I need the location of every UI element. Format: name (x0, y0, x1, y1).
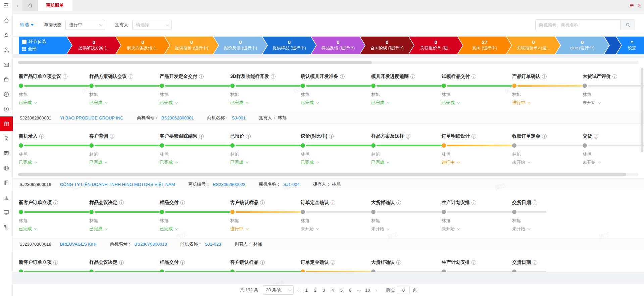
info-icon[interactable]: i (271, 74, 276, 79)
info-icon[interactable]: i (406, 134, 410, 139)
pipeline-stage-3[interactable]: 0提供报价 (进行中) (165, 37, 218, 54)
scrollbar-thumb[interactable] (18, 173, 626, 176)
info-icon[interactable]: i (331, 200, 335, 205)
opportunity-name-link[interactable]: SJ1-023 (205, 242, 221, 247)
opportunity-name-link[interactable]: SJ1-004 (283, 182, 299, 187)
pipeline-stage-9[interactable]: 27意向 (进行中) (458, 37, 511, 54)
page-number-2[interactable]: 2 (311, 288, 319, 293)
info-icon[interactable]: i (533, 200, 537, 205)
company-link[interactable]: CÔNG TY LIÊN DOANH TNHH HINO MOTORS VIỆT… (60, 182, 175, 187)
page-number-1[interactable]: 1 (302, 288, 311, 293)
info-icon[interactable]: i (246, 134, 251, 139)
stage-status-dropdown[interactable]: 未开始 (371, 226, 442, 232)
pipeline-stage-1[interactable]: 0提供解决方案 (... (67, 37, 121, 54)
info-icon[interactable]: i (53, 260, 58, 265)
info-icon[interactable]: i (472, 200, 476, 205)
page-number-6[interactable]: 6 (346, 288, 354, 293)
page-number-4[interactable]: 4 (328, 288, 337, 293)
info-icon[interactable]: i (340, 74, 345, 79)
stage-status-dropdown[interactable]: 已完成 (19, 159, 89, 165)
sidebar-item-chat[interactable] (0, 146, 13, 161)
info-icon[interactable]: i (53, 200, 58, 205)
info-icon[interactable]: i (612, 74, 617, 79)
page-number-10[interactable]: 10 (363, 288, 372, 293)
sidebar-item-bar-chart[interactable] (0, 190, 13, 205)
prev-page-button[interactable]: ‹ (297, 287, 299, 293)
info-icon[interactable]: i (331, 260, 335, 265)
sidebar-item-mail[interactable] (0, 57, 13, 72)
info-icon[interactable]: i (260, 260, 265, 265)
opportunity-code-link[interactable]: BS23062800022 (213, 182, 245, 187)
sidebar-item-document[interactable] (0, 131, 13, 146)
stage-status-dropdown[interactable]: 进行中 (512, 100, 583, 106)
stage-status-dropdown[interactable]: 已完成 (89, 159, 160, 165)
pipeline-stage-6[interactable]: 0样品反馈 (进行中) (311, 37, 365, 54)
owner-select[interactable]: 请选择 (132, 20, 172, 30)
stage-status-dropdown[interactable]: 已完成 (89, 226, 160, 232)
sidebar-item-compass[interactable] (0, 87, 13, 102)
stage-status-dropdown[interactable]: 未开始 (301, 226, 371, 232)
info-icon[interactable]: i (180, 260, 185, 265)
sidebar-item-bag[interactable] (0, 72, 13, 87)
info-icon[interactable]: i (199, 134, 204, 139)
stage-status-dropdown[interactable]: 进行中 (442, 159, 512, 165)
search-button[interactable] (620, 20, 635, 30)
info-icon[interactable]: i (542, 74, 547, 79)
filter-toggle[interactable]: 筛选 (20, 22, 34, 28)
info-icon[interactable]: i (396, 260, 401, 265)
stage-status-dropdown[interactable]: 已完成 (19, 226, 89, 232)
pipeline-stage-10[interactable]: 0关联报价单z (进... (507, 37, 560, 54)
info-icon[interactable]: i (63, 74, 67, 79)
vertical-scrollbar-thumb[interactable] (641, 68, 643, 152)
stage-status-dropdown[interactable]: 已完成 (301, 159, 371, 165)
stage-status-dropdown[interactable]: 已完成 (371, 100, 442, 106)
info-icon[interactable]: i (396, 200, 401, 205)
next-page-button[interactable]: › (375, 287, 377, 293)
sidebar-item-user[interactable] (0, 28, 13, 43)
stage-status-dropdown[interactable]: 已完成 (160, 100, 230, 106)
info-icon[interactable]: i (180, 200, 185, 205)
stage-status-dropdown[interactable]: 已完成 (371, 159, 442, 165)
stage-status-dropdown[interactable]: 已完成 (230, 100, 301, 106)
info-icon[interactable]: i (410, 74, 415, 79)
info-icon[interactable]: i (594, 134, 598, 139)
pipeline-stage-4[interactable]: 0报价反馈 (进行中) (214, 37, 267, 54)
tab-scroll-right-icon[interactable] (637, 3, 641, 8)
all-label[interactable]: 全部 (28, 46, 37, 52)
info-icon[interactable]: i (472, 260, 476, 265)
sidebar-item-home[interactable] (0, 13, 13, 28)
info-icon[interactable]: i (199, 74, 204, 79)
pipeline-stage-8[interactable]: 0关联报价单 (进... (409, 37, 463, 54)
pipeline-stage-5[interactable]: 0提供样品 (进行中) (262, 37, 316, 54)
stage-status-dropdown[interactable]: 已完成 (301, 100, 371, 106)
stage-status-dropdown[interactable]: 已完成 (442, 100, 512, 106)
info-icon[interactable]: i (472, 74, 476, 79)
company-link[interactable]: YI BAO PRODUCE GROUP INC (60, 115, 123, 120)
sidebar-item-monitor[interactable] (0, 205, 13, 220)
stage-status-dropdown[interactable]: 未开始 (512, 226, 583, 232)
info-icon[interactable]: i (39, 134, 44, 139)
pipeline-stage-11[interactable]: 0clue (进行中) (555, 37, 609, 54)
sidebar-item-package[interactable] (0, 116, 13, 131)
opportunity-code-link[interactable]: BS23070300018 (135, 242, 167, 247)
scrollbar-thumb[interactable] (18, 61, 372, 64)
stage-status-dropdown[interactable]: 未开始 (583, 159, 644, 165)
sidebar-item-phone[interactable] (0, 220, 13, 235)
sidebar-collapse-icon[interactable] (0, 0, 13, 11)
stage-status-dropdown[interactable]: 已完成 (160, 159, 230, 165)
page-number-5[interactable]: 5 (337, 288, 346, 293)
pipeline-stage-7[interactable]: 0合同洽谈 (进行中) (360, 37, 414, 54)
search-input[interactable] (536, 20, 620, 30)
stage-status-dropdown[interactable]: 已完成 (160, 226, 230, 232)
tab-list-icon[interactable] (629, 3, 634, 8)
info-icon[interactable]: i (260, 200, 265, 205)
opportunity-code-link[interactable]: BS23062800001 (161, 115, 194, 120)
info-icon[interactable]: i (533, 260, 537, 265)
stage-status-dropdown[interactable]: 已完成 (19, 100, 89, 106)
info-icon[interactable]: i (542, 134, 547, 139)
company-link[interactable]: BREUVAGES KIRI (60, 242, 97, 247)
sidebar-item-circle-a[interactable] (0, 102, 13, 116)
info-icon[interactable]: i (472, 134, 476, 139)
horizontal-scrollbar[interactable] (18, 61, 639, 64)
sidebar-item-org-tree[interactable] (0, 43, 13, 57)
